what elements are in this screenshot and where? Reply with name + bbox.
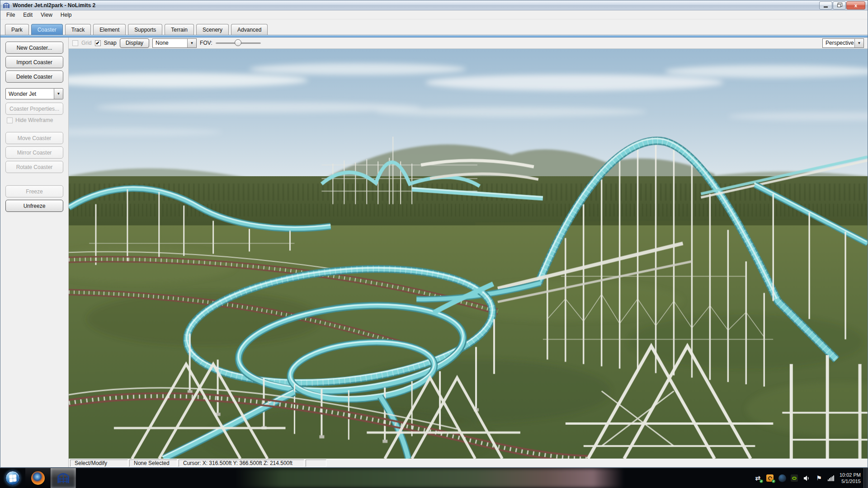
freeze-button: Freeze: [5, 185, 63, 197]
chevron-down-icon: ▼: [54, 89, 63, 99]
clock-time: 10:02 PM: [840, 472, 861, 478]
clock-date: 5/1/2015: [840, 478, 861, 484]
tab-coaster[interactable]: Coaster: [31, 24, 63, 35]
window-title: Wonder Jet.nl2park - NoLimits 2: [13, 2, 95, 9]
tab-supports[interactable]: Supports: [128, 24, 162, 35]
scene-3d: [69, 49, 868, 459]
unfreeze-button[interactable]: Unfreeze: [5, 200, 63, 212]
start-button[interactable]: [0, 468, 25, 488]
tray-clock[interactable]: 10:02 PM 5/1/2015: [840, 472, 861, 484]
taskbar-firefox-button[interactable]: [25, 468, 51, 488]
windows-taskbar: ⇄✓ ✓ ⚑ 10:02 PM 5/1/2015: [0, 468, 868, 488]
taskbar-nolimits2-button[interactable]: [51, 468, 76, 488]
camera-mode-value: Perspective: [823, 40, 854, 46]
mode-tabbar: Park Coaster Track Element Supports Terr…: [0, 19, 868, 35]
chevron-down-icon: ▼: [187, 39, 196, 47]
menubar: File Edit View Help: [0, 10, 868, 19]
display-mode-value: None: [153, 40, 187, 46]
display-button[interactable]: Display: [120, 38, 149, 48]
tab-terrain[interactable]: Terrain: [165, 24, 194, 35]
mirror-coaster-button: Mirror Coaster: [5, 146, 63, 159]
import-coaster-button[interactable]: Import Coaster: [5, 56, 63, 68]
tray-nvidia-icon[interactable]: [791, 474, 798, 482]
tab-park[interactable]: Park: [5, 24, 29, 35]
menu-file[interactable]: File: [2, 11, 19, 19]
status-spare-cell: [306, 460, 326, 467]
tab-scenery[interactable]: Scenery: [196, 24, 229, 35]
tray-volume-icon[interactable]: [803, 474, 811, 482]
move-coaster-button: Move Coaster: [5, 132, 63, 144]
coaster-sidebar: New Coaster... Import Coaster Delete Coa…: [0, 38, 69, 467]
tab-advanced[interactable]: Advanced: [231, 24, 268, 35]
coaster-select-value: Wonder Jet: [6, 91, 54, 97]
tab-track[interactable]: Track: [65, 24, 91, 35]
titlebar: Wonder Jet.nl2park - NoLimits 2 x: [0, 0, 868, 10]
restore-icon: [837, 4, 841, 7]
tray-sync-app-icon[interactable]: ⇄✓: [754, 474, 762, 482]
show-desktop-button[interactable]: [863, 468, 868, 488]
new-coaster-button[interactable]: New Coaster...: [5, 42, 63, 54]
snap-label: Snap: [104, 40, 117, 46]
menu-edit[interactable]: Edit: [19, 11, 37, 19]
minimize-button[interactable]: [819, 1, 832, 9]
viewport-3d[interactable]: [69, 49, 868, 459]
fov-label: FOV:: [200, 40, 212, 46]
snap-checkbox[interactable]: ✔: [95, 40, 101, 46]
nolimits2-icon: [57, 471, 70, 485]
fov-slider-thumb[interactable]: [235, 39, 241, 46]
close-button[interactable]: x: [846, 1, 865, 9]
status-mode: Select/Modify: [70, 460, 128, 467]
grid-checkbox: [72, 40, 78, 46]
coaster-select[interactable]: Wonder Jet ▼: [5, 88, 63, 99]
tray-steam-icon[interactable]: [778, 474, 786, 482]
display-mode-select[interactable]: None ▼: [152, 38, 197, 48]
tab-element[interactable]: Element: [93, 24, 126, 35]
minimize-icon: [824, 6, 828, 8]
status-cursor-position: Cursor: X: 316.500ft Y: 366.500ft Z: 214…: [179, 460, 304, 467]
delete-coaster-button[interactable]: Delete Coaster: [5, 70, 63, 83]
firefox-icon: [31, 471, 45, 485]
windows-start-icon: [5, 471, 20, 485]
viewport-toolbar: Grid ✔ Snap Display None ▼ FOV: Perspect…: [69, 38, 868, 49]
menu-help[interactable]: Help: [57, 11, 76, 19]
hide-wireframe-label: Hide Wireframe: [15, 117, 53, 123]
hide-wireframe-row: Hide Wireframe: [7, 117, 68, 123]
tray-action-center-flag-icon[interactable]: ⚑: [815, 474, 823, 482]
grid-label: Grid: [81, 40, 92, 46]
chevron-down-icon: ▼: [854, 39, 863, 47]
camera-mode-select[interactable]: Perspective ▼: [822, 38, 864, 48]
rotate-coaster-button: Rotate Coaster: [5, 161, 63, 173]
fov-slider[interactable]: [216, 39, 261, 47]
statusbar: Select/Modify None Selected Cursor: X: 3…: [69, 459, 868, 467]
app-icon: [3, 2, 10, 9]
restore-button[interactable]: [833, 1, 846, 9]
tray-orange-app-icon[interactable]: ✓: [766, 474, 774, 482]
tray-network-signal-icon[interactable]: [827, 474, 835, 482]
hide-wireframe-checkbox: [7, 117, 13, 123]
coaster-properties-button: Coaster Properties...: [5, 103, 63, 115]
nolimits2-window: Wonder Jet.nl2park - NoLimits 2 x File E…: [0, 0, 868, 468]
menu-view[interactable]: View: [37, 11, 57, 19]
status-selection: None Selected: [129, 460, 177, 467]
taskbar-wallpaper-glow: [235, 468, 624, 488]
system-tray: ⇄✓ ✓ ⚑ 10:02 PM 5/1/2015: [754, 468, 861, 488]
